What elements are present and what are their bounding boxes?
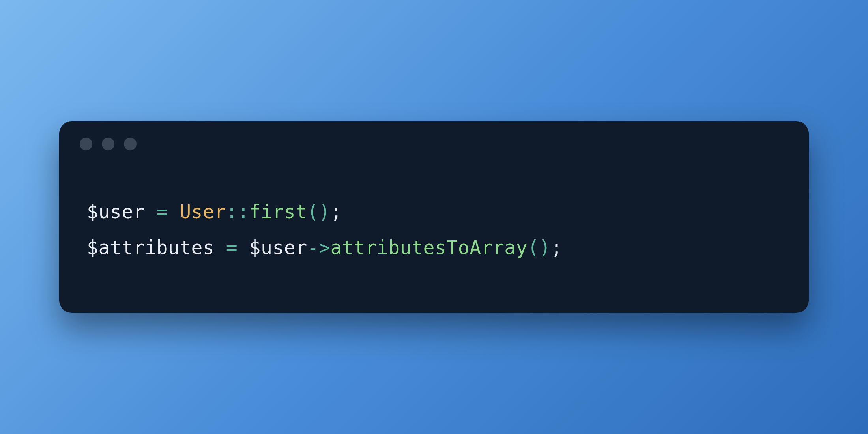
minimize-icon[interactable] bbox=[102, 138, 114, 150]
code-token: User bbox=[180, 200, 226, 223]
code-token: () bbox=[528, 236, 551, 258]
code-token: first bbox=[249, 200, 307, 223]
code-token: ; bbox=[330, 200, 342, 223]
window-titlebar bbox=[59, 121, 809, 150]
code-token: $user bbox=[238, 236, 307, 258]
close-icon[interactable] bbox=[80, 138, 92, 150]
code-line: $attributes = $user->attributesToArray()… bbox=[87, 230, 781, 266]
code-token: $user bbox=[87, 200, 156, 223]
code-token bbox=[168, 200, 180, 223]
code-line: $user = User::first(); bbox=[87, 194, 781, 230]
code-window: $user = User::first();$attributes = $use… bbox=[59, 121, 809, 313]
code-token: ; bbox=[551, 236, 562, 258]
code-token: :: bbox=[226, 200, 249, 223]
code-token: () bbox=[307, 200, 331, 223]
code-token: $attributes bbox=[87, 236, 226, 258]
maximize-icon[interactable] bbox=[124, 138, 137, 150]
code-token: = bbox=[156, 200, 168, 223]
code-token: = bbox=[226, 236, 238, 258]
code-content: $user = User::first();$attributes = $use… bbox=[59, 150, 809, 313]
code-token: -> bbox=[307, 236, 331, 258]
code-token: attributesToArray bbox=[330, 236, 528, 258]
